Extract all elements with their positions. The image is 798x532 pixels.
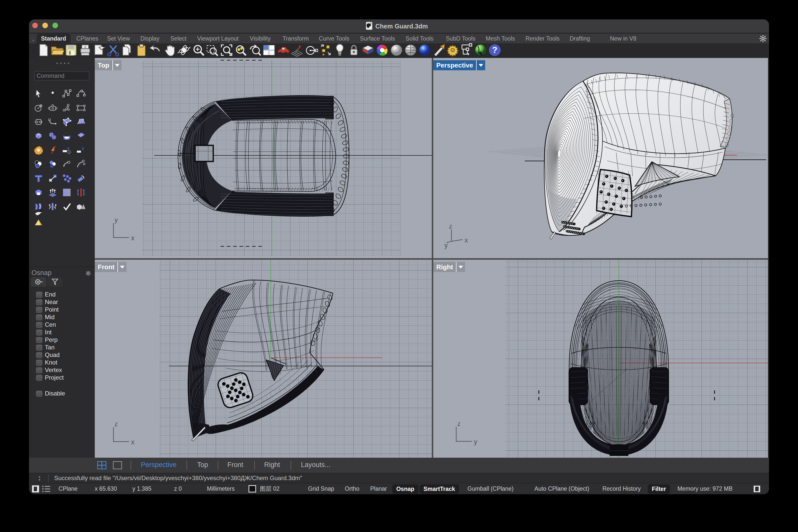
svg-text:z: z <box>457 422 461 428</box>
svg-text:y: y <box>474 438 477 445</box>
svg-text:z: z <box>449 225 452 230</box>
svg-text:y: y <box>114 218 118 224</box>
svg-text:?: ? <box>492 45 498 55</box>
svg-text:x: x <box>465 236 468 244</box>
svg-text:x: x <box>131 438 135 446</box>
svg-text:z: z <box>114 423 118 428</box>
svg-text:y: y <box>444 242 448 249</box>
svg-text:x: x <box>131 234 135 242</box>
